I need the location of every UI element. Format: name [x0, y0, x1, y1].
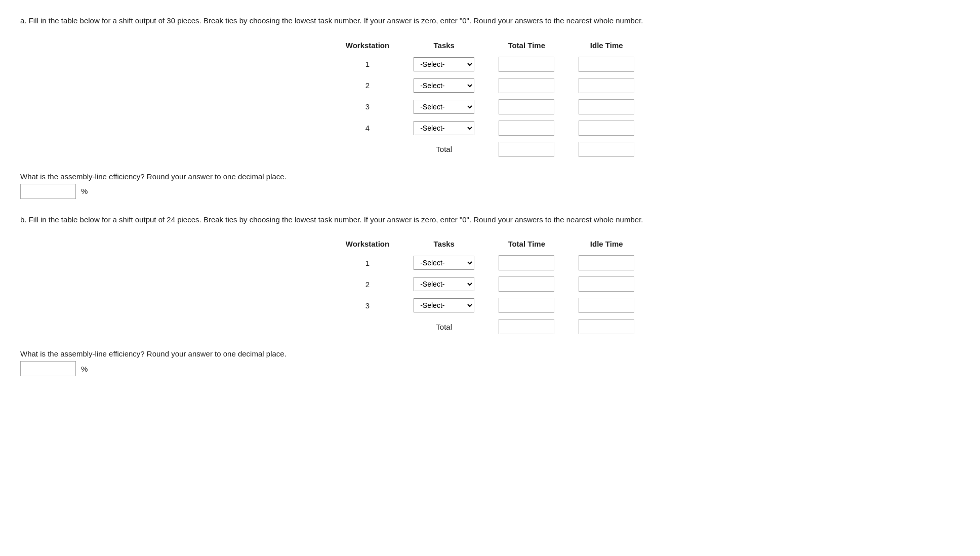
part-a-tasks-cell-1: -Select-: [401, 54, 486, 75]
part-a-task-select-2[interactable]: -Select-: [414, 78, 474, 93]
part-b-total-time-3: [486, 295, 566, 316]
part-b-tasks-cell-3: -Select-: [401, 295, 486, 316]
part-b-total-time-1: [486, 252, 566, 273]
part-a-total-time-input-1[interactable]: [499, 57, 554, 72]
part-b-tasks-cell-2: -Select-: [401, 273, 486, 295]
table-row: 2-Select-: [334, 75, 646, 96]
part-b-idle-time-input-2[interactable]: [579, 276, 634, 292]
table-row: 1-Select-: [334, 252, 646, 273]
part-b-total-time-input-1[interactable]: [499, 255, 554, 270]
part-a-total-time-4: [486, 117, 566, 139]
part-b-tasks-cell-1: -Select-: [401, 252, 486, 273]
part-a-col-tasks: Tasks: [401, 37, 486, 54]
part-a-task-select-4[interactable]: -Select-: [414, 121, 474, 135]
part-a-table-container: Workstation Tasks Total Time Idle Time 1…: [20, 37, 960, 160]
part-b-table: Workstation Tasks Total Time Idle Time 1…: [334, 235, 646, 337]
part-b-efficiency-row: %: [20, 361, 960, 376]
part-a-col-workstation: Workstation: [334, 37, 401, 54]
part-b-idle-time-input-1[interactable]: [579, 255, 634, 270]
part-a-efficiency-unit: %: [81, 187, 88, 195]
part-a-idle-time-3: [566, 96, 646, 117]
part-a-workstation-3: 3: [334, 96, 401, 117]
part-a-total-time-input-3[interactable]: [499, 99, 554, 114]
part-b-col-tasks: Tasks: [401, 235, 486, 252]
part-a-task-select-3[interactable]: -Select-: [414, 100, 474, 114]
part-a-workstation-2: 2: [334, 75, 401, 96]
part-a-table: Workstation Tasks Total Time Idle Time 1…: [334, 37, 646, 160]
part-b-workstation-1: 1: [334, 252, 401, 273]
part-a-efficiency-question: What is the assembly-line efficiency? Ro…: [20, 172, 960, 181]
part-a-idle-time-input-3[interactable]: [579, 99, 634, 114]
part-b-instruction: b. Fill in the table below for a shift o…: [20, 214, 931, 226]
part-b-total-idle-time[interactable]: [579, 319, 634, 334]
part-a-instruction: a. Fill in the table below for a shift o…: [20, 15, 931, 27]
part-b-idle-time-3: [566, 295, 646, 316]
part-b-col-workstation: Workstation: [334, 235, 401, 252]
part-b-col-total-time: Total Time: [486, 235, 566, 252]
part-a-idle-time-2: [566, 75, 646, 96]
part-a-task-select-1[interactable]: -Select-: [414, 57, 474, 71]
part-a-col-idle-time: Idle Time: [566, 37, 646, 54]
part-b-total-time-2: [486, 273, 566, 295]
part-b-total-time-input-3[interactable]: [499, 298, 554, 313]
part-a-total-time-input-2[interactable]: [499, 78, 554, 93]
part-a-idle-time-1: [566, 54, 646, 75]
part-a-total-time-1: [486, 54, 566, 75]
part-a-idle-time-input-4[interactable]: [579, 121, 634, 136]
part-a-workstation-1: 1: [334, 54, 401, 75]
part-a-tasks-cell-4: -Select-: [401, 117, 486, 139]
part-a-tasks-cell-2: -Select-: [401, 75, 486, 96]
part-a-workstation-4: 4: [334, 117, 401, 139]
part-a-section: a. Fill in the table below for a shift o…: [20, 15, 960, 199]
part-a-total-time-input-4[interactable]: [499, 121, 554, 136]
part-b-total-time-input-2[interactable]: [499, 276, 554, 292]
part-b-table-container: Workstation Tasks Total Time Idle Time 1…: [20, 235, 960, 337]
part-b-section: b. Fill in the table below for a shift o…: [20, 214, 960, 377]
part-a-idle-time-input-2[interactable]: [579, 78, 634, 93]
part-a-total-time-2: [486, 75, 566, 96]
part-b-total-total-time[interactable]: [499, 319, 554, 334]
part-a-total-idle-time[interactable]: [579, 142, 634, 157]
part-b-workstation-3: 3: [334, 295, 401, 316]
part-a-tasks-cell-3: -Select-: [401, 96, 486, 117]
part-a-efficiency-input[interactable]: [20, 184, 76, 199]
part-b-task-select-3[interactable]: -Select-: [414, 298, 474, 312]
part-b-idle-time-input-3[interactable]: [579, 298, 634, 313]
part-b-workstation-2: 2: [334, 273, 401, 295]
table-row: 3-Select-: [334, 295, 646, 316]
table-row: 2-Select-: [334, 273, 646, 295]
part-a-total-total-time[interactable]: [499, 142, 554, 157]
part-b-efficiency-question: What is the assembly-line efficiency? Ro…: [20, 349, 960, 358]
part-b-task-select-1[interactable]: -Select-: [414, 256, 474, 270]
part-a-efficiency-row: %: [20, 184, 960, 199]
part-a-idle-time-input-1[interactable]: [579, 57, 634, 72]
part-b-idle-time-2: [566, 273, 646, 295]
part-b-efficiency-input[interactable]: [20, 361, 76, 376]
part-a-total-time-3: [486, 96, 566, 117]
part-b-total-label: Total: [401, 316, 486, 337]
part-b-col-idle-time: Idle Time: [566, 235, 646, 252]
table-row: 3-Select-: [334, 96, 646, 117]
table-row: 4-Select-: [334, 117, 646, 139]
part-a-idle-time-4: [566, 117, 646, 139]
part-b-efficiency-unit: %: [81, 365, 88, 373]
part-a-total-label: Total: [401, 139, 486, 160]
part-b-task-select-2[interactable]: -Select-: [414, 277, 474, 291]
part-b-idle-time-1: [566, 252, 646, 273]
part-a-col-total-time: Total Time: [486, 37, 566, 54]
table-row: 1-Select-: [334, 54, 646, 75]
